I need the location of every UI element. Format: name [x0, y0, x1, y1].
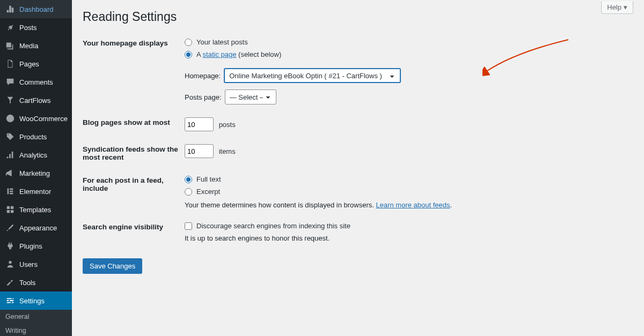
- sidebar-item-elementor[interactable]: Elementor: [0, 182, 72, 200]
- sidebar-item-label: Marketing: [19, 169, 50, 177]
- syndication-unit: items: [219, 147, 236, 155]
- sidebar-item-tools[interactable]: Tools: [0, 273, 72, 292]
- sidebar-item-label: Comments: [19, 78, 53, 86]
- sidebar-item-label: Plugins: [19, 242, 42, 250]
- checkbox-discourage-search[interactable]: [185, 222, 192, 230]
- sidebar-item-cartflows[interactable]: CartFlows: [0, 91, 72, 109]
- svg-point-0: [6, 115, 14, 122]
- svg-point-1: [9, 261, 11, 264]
- help-tab[interactable]: Help ▾: [601, 1, 633, 14]
- feed-description: Your theme determines how content is dis…: [185, 201, 628, 209]
- syndication-input[interactable]: [185, 144, 214, 158]
- learn-feeds-link[interactable]: Learn more about feeds: [376, 201, 450, 209]
- syndication-label: Syndication feeds show the most recent: [83, 138, 185, 169]
- sidebar-item-settings[interactable]: Settings: [0, 292, 72, 310]
- search-visibility-label: Search engine visibility: [83, 215, 185, 249]
- sidebar-item-label: Elementor: [19, 188, 51, 196]
- submenu-general[interactable]: General: [0, 310, 72, 324]
- posts-page-select-label: Posts page:: [185, 93, 222, 101]
- main-content: Help ▾ Reading Settings Your homepage di…: [72, 0, 644, 336]
- save-changes-button[interactable]: Save Changes: [83, 258, 142, 274]
- feed-include-label: For each post in a feed, include: [83, 169, 185, 215]
- sidebar-item-label: Products: [19, 133, 47, 141]
- sidebar-item-label: Templates: [19, 206, 51, 214]
- sidebar-item-label: Analytics: [19, 151, 47, 159]
- radio-full-text-label: Full text: [196, 175, 221, 183]
- radio-static-label: A static page (select below): [196, 50, 281, 58]
- sidebar-item-appearance[interactable]: Appearance: [0, 219, 72, 237]
- elementor-icon: [5, 186, 15, 196]
- sidebar-item-analytics[interactable]: Analytics: [0, 146, 72, 164]
- settings-submenu: General Writing Reading Discussion: [0, 310, 72, 336]
- radio-excerpt[interactable]: [185, 188, 192, 196]
- checkbox-discourage-label: Discourage search engines from indexing …: [196, 222, 350, 230]
- funnel-icon: [5, 95, 15, 105]
- blog-pages-input[interactable]: [185, 117, 214, 131]
- sidebar-item-label: Media: [19, 42, 38, 50]
- blog-pages-unit: posts: [219, 121, 236, 129]
- sliders-icon: [5, 296, 15, 305]
- sidebar-item-media[interactable]: Media: [0, 36, 72, 55]
- sidebar-item-templates[interactable]: Templates: [0, 200, 72, 219]
- radio-latest-posts[interactable]: [185, 39, 192, 46]
- sidebar-item-posts[interactable]: Posts: [0, 18, 72, 36]
- media-icon: [5, 41, 15, 50]
- radio-excerpt-label: Excerpt: [196, 188, 220, 196]
- sidebar-item-pages[interactable]: Pages: [0, 55, 72, 73]
- sidebar-item-woocommerce[interactable]: WooCommerce: [0, 109, 72, 128]
- homepage-displays-label: Your homepage displays: [83, 32, 185, 111]
- wrench-icon: [5, 278, 15, 287]
- homepage-select-label: Homepage:: [185, 72, 221, 80]
- tag-icon: [5, 132, 15, 141]
- radio-full-text[interactable]: [185, 176, 192, 183]
- homepage-select[interactable]: Online Marketing eBook Optin ( #21 - Car…: [224, 68, 401, 83]
- radio-static-page[interactable]: [185, 51, 192, 58]
- megaphone-icon: [5, 168, 15, 178]
- sidebar-item-label: CartFlows: [19, 96, 51, 104]
- sidebar-item-label: Pages: [19, 60, 39, 68]
- sidebar-item-users[interactable]: Users: [0, 255, 72, 273]
- sidebar-item-comments[interactable]: Comments: [0, 73, 72, 91]
- search-note: It is up to search engines to honor this…: [185, 234, 628, 242]
- sidebar-item-label: Settings: [19, 297, 45, 305]
- dashboard-icon: [5, 4, 15, 14]
- help-label: Help: [607, 3, 621, 11]
- sidebar-item-label: Dashboard: [19, 5, 54, 13]
- sidebar-item-label: Tools: [19, 279, 35, 287]
- sidebar-item-label: Appearance: [19, 224, 57, 232]
- chevron-down-icon: ▾: [624, 3, 627, 11]
- woo-icon: [5, 114, 15, 123]
- user-icon: [5, 259, 15, 269]
- templates-icon: [5, 205, 15, 214]
- pin-icon: [5, 23, 15, 32]
- radio-latest-label: Your latest posts: [196, 38, 248, 46]
- sidebar-item-plugins[interactable]: Plugins: [0, 237, 72, 255]
- blog-pages-label: Blog pages show at most: [83, 111, 185, 138]
- chart-icon: [5, 150, 15, 160]
- sidebar-item-label: WooCommerce: [19, 115, 68, 123]
- sidebar-item-label: Posts: [19, 24, 37, 32]
- static-page-link[interactable]: static page: [203, 50, 237, 58]
- brush-icon: [5, 223, 15, 233]
- posts-page-select[interactable]: — Select —: [225, 89, 276, 104]
- page-title: Reading Settings: [83, 0, 633, 32]
- sidebar-item-label: Users: [19, 260, 38, 268]
- comment-icon: [5, 77, 15, 87]
- plug-icon: [5, 241, 15, 251]
- submenu-writing[interactable]: Writing: [0, 324, 72, 336]
- sidebar-item-products[interactable]: Products: [0, 128, 72, 146]
- admin-sidebar: Dashboard Posts Media Pages Comments Car…: [0, 0, 72, 336]
- page-icon: [5, 59, 15, 69]
- sidebar-item-marketing[interactable]: Marketing: [0, 164, 72, 182]
- sidebar-item-dashboard[interactable]: Dashboard: [0, 0, 72, 18]
